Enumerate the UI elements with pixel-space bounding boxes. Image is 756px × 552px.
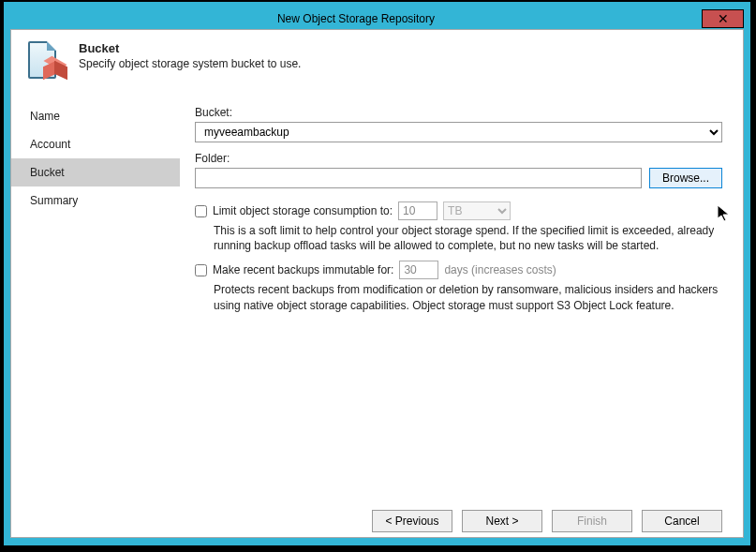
immutable-description: Protects recent backups from modificatio… (214, 282, 722, 312)
bucket-label: Bucket: (195, 106, 722, 119)
titlebar: New Object Storage Repository ✕ (10, 8, 744, 29)
next-button[interactable]: Next > (462, 510, 542, 532)
bucket-select[interactable]: myveeambackup (195, 122, 722, 142)
page-subtitle: Specify object storage system bucket to … (79, 57, 301, 70)
browse-button[interactable]: Browse... (649, 168, 722, 188)
dialog-body: Bucket Specify object storage system buc… (10, 29, 744, 538)
limit-unit-select[interactable]: TB (443, 201, 511, 220)
close-button[interactable]: ✕ (702, 9, 744, 28)
sidebar-item-name[interactable]: Name (11, 102, 180, 130)
sidebar-item-summary[interactable]: Summary (11, 186, 180, 215)
immutable-suffix: days (increases costs) (444, 263, 556, 276)
previous-button[interactable]: < Previous (372, 510, 452, 532)
limit-description: This is a soft limit to help control you… (214, 223, 722, 253)
footer: < Previous Next > Finish Cancel (11, 500, 743, 544)
folder-label: Folder: (195, 152, 722, 165)
content-panel: Bucket: myveeambackup Folder: Browse... … (180, 93, 743, 500)
window-chrome: New Object Storage Repository ✕ Bucket S… (4, 2, 750, 545)
sidebar-item-account[interactable]: Account (11, 130, 180, 158)
page-title: Bucket (79, 41, 301, 55)
window-title: New Object Storage Repository (10, 12, 702, 25)
limit-value-spinner[interactable] (398, 201, 437, 220)
immutable-checkbox[interactable] (195, 264, 207, 276)
bucket-storage-icon (26, 41, 67, 82)
finish-button: Finish (552, 510, 632, 532)
limit-checkbox[interactable] (195, 205, 207, 217)
immutable-value-spinner[interactable] (399, 261, 438, 279)
cancel-button[interactable]: Cancel (642, 510, 722, 532)
folder-input[interactable] (195, 168, 642, 188)
close-icon: ✕ (718, 12, 729, 25)
body: Name Account Bucket Summary Bucket: myve… (11, 92, 743, 500)
sidebar-item-bucket[interactable]: Bucket (11, 158, 180, 186)
header: Bucket Specify object storage system buc… (11, 30, 743, 92)
limit-label: Limit object storage consumption to: (213, 204, 393, 217)
wizard-sidebar: Name Account Bucket Summary (11, 93, 180, 500)
immutable-label: Make recent backups immutable for: (213, 263, 393, 276)
